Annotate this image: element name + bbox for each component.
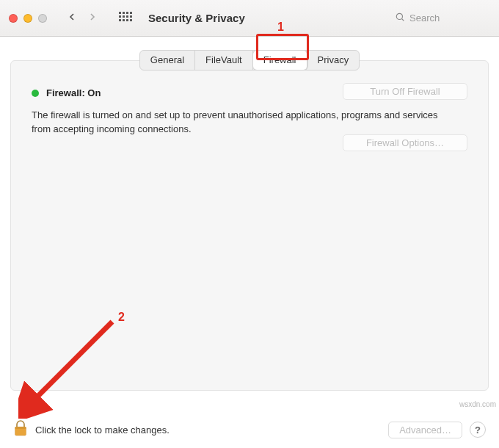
show-all-prefs-button[interactable] [119,12,132,25]
firewall-status-label: Firewall: On [46,87,101,98]
window-toolbar: Security & Privacy [0,0,499,37]
tab-bar: General FileVault Firewall Privacy [139,50,360,71]
search-icon [395,12,405,24]
nav-arrows [66,11,98,26]
zoom-window-button[interactable] [38,14,47,23]
watermark-text: wsxdn.com [459,400,496,408]
svg-line-1 [402,19,404,21]
tab-general[interactable]: General [140,51,195,70]
turn-off-firewall-button[interactable]: Turn Off Firewall [343,83,467,100]
window-title: Security & Privacy [148,12,245,24]
firewall-status-indicator [32,90,39,97]
window-controls [9,14,47,23]
tab-privacy[interactable]: Privacy [307,51,360,70]
minimize-window-button[interactable] [23,14,32,23]
svg-rect-5 [15,427,26,429]
tab-filevault[interactable]: FileVault [195,51,253,70]
firewall-description: The firewall is turned on and set up to … [32,109,442,137]
search-field-wrap [395,12,490,24]
back-button[interactable] [66,11,78,26]
firewall-options-button[interactable]: Firewall Options… [343,134,467,151]
help-button[interactable]: ? [470,422,486,438]
lock-hint-text: Click the lock to make changes. [35,424,170,436]
firewall-panel: Firewall: On Turn Off Firewall The firew… [10,60,489,391]
svg-point-0 [396,13,402,19]
close-window-button[interactable] [9,14,18,23]
lock-icon[interactable] [13,420,28,439]
footer-bar: Click the lock to make changes. Advanced… [0,411,499,448]
advanced-button[interactable]: Advanced… [388,422,462,438]
search-input[interactable] [409,12,468,24]
tab-firewall[interactable]: Firewall [253,51,307,70]
forward-button[interactable] [87,11,98,26]
